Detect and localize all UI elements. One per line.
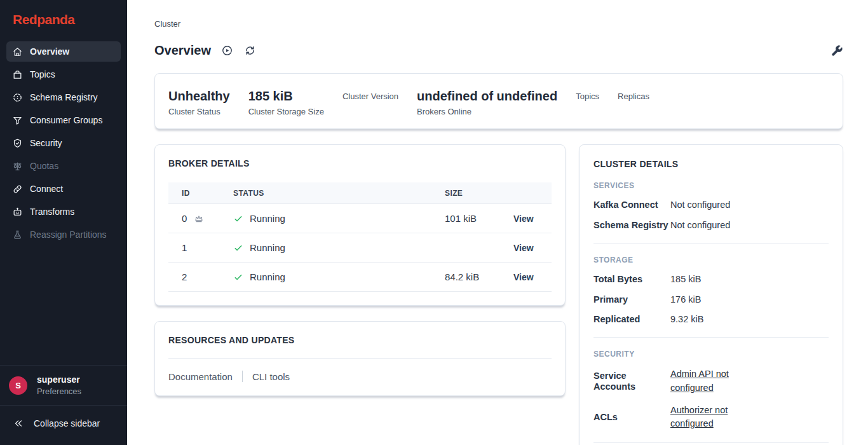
broker-size: 84.2 kiB xyxy=(445,271,513,282)
detail-label: Schema Registry xyxy=(593,220,670,231)
broker-table: IDSTATUSSIZE 0Running101 kiBView1Running… xyxy=(168,182,552,292)
detail-row-service-accounts: Service AccountsAdmin API not configured xyxy=(593,367,829,395)
sidebar-item-transforms[interactable]: Transforms xyxy=(6,202,121,222)
wrench-icon[interactable] xyxy=(831,44,843,57)
cluster-details-title: CLUSTER DETAILS xyxy=(593,159,829,169)
cluster-stats-bar: UnhealthyCluster Status185 kiBCluster St… xyxy=(154,73,843,129)
section-divider xyxy=(593,243,829,243)
user-section[interactable]: S superuser Preferences xyxy=(0,365,127,405)
stat-label: Topics xyxy=(576,92,599,101)
stat-cluster-status: UnhealthyCluster Status xyxy=(168,88,230,116)
detail-row-schema-registry: Schema RegistryNot configured xyxy=(593,219,829,231)
check-icon xyxy=(233,214,243,224)
detail-row-kafka-connect: Kafka ConnectNot configured xyxy=(593,199,829,211)
sidebar-item-label: Transforms xyxy=(30,207,74,217)
broker-row-2: 2Running84.2 kiBView xyxy=(168,263,552,292)
detail-value: Not configured xyxy=(670,199,730,211)
detail-label: Primary xyxy=(593,294,670,305)
section-heading-services: SERVICES xyxy=(593,181,829,190)
flask-icon xyxy=(12,229,23,240)
detail-row-primary: Primary176 kiB xyxy=(593,294,829,306)
left-column: BROKER DETAILS IDSTATUSSIZE 0Running101 … xyxy=(154,144,566,396)
detail-link[interactable]: Authorizer not configured xyxy=(670,404,745,432)
collapse-sidebar-label: Collapse sidebar xyxy=(34,418,100,428)
stat-label: Cluster Storage Size xyxy=(248,107,324,116)
broker-size: 101 kiB xyxy=(445,213,513,224)
link-icon xyxy=(12,184,23,195)
view-broker-link[interactable]: View xyxy=(513,243,534,253)
broker-id: 2 xyxy=(168,271,233,282)
detail-row-total-bytes: Total Bytes185 kiB xyxy=(593,273,829,285)
refresh-icon[interactable] xyxy=(244,44,256,57)
stat-topics: Topics xyxy=(576,88,599,101)
stat-label: Cluster Status xyxy=(168,107,230,116)
sidebar-item-quotas[interactable]: Quotas xyxy=(6,156,121,176)
sidebar-item-connect[interactable]: Connect xyxy=(6,179,121,199)
sidebar-nav: OverviewTopicsSchema RegistryConsumer Gr… xyxy=(0,36,127,247)
detail-value[interactable]: Authorizer not configured xyxy=(670,404,745,432)
stat-cluster-storage-size: 185 kiBCluster Storage Size xyxy=(248,88,324,116)
main-content: Cluster Overview UnhealthyCluster Status… xyxy=(127,0,868,445)
resource-link-cli-tools[interactable]: CLI tools xyxy=(252,371,290,382)
sidebar-item-security[interactable]: Security xyxy=(6,133,121,153)
view-broker-link[interactable]: View xyxy=(513,214,534,224)
content-columns: BROKER DETAILS IDSTATUSSIZE 0Running101 … xyxy=(154,144,843,445)
view-broker-link[interactable]: View xyxy=(513,272,534,282)
sidebar-item-topics[interactable]: Topics xyxy=(6,64,121,85)
avatar[interactable]: S xyxy=(9,376,27,395)
scale-icon xyxy=(12,161,23,172)
detail-label: Service Accounts xyxy=(593,371,670,392)
chevrons-left-icon xyxy=(13,418,24,429)
resources-title: RESOURCES AND UPDATES xyxy=(168,335,552,345)
schema-registry-icon xyxy=(12,92,23,103)
detail-value[interactable]: Admin API not configured xyxy=(670,367,745,395)
section-divider xyxy=(593,337,829,338)
sidebar-item-overview[interactable]: Overview xyxy=(6,41,121,62)
resources-divider xyxy=(168,358,552,359)
consumer-groups-icon xyxy=(12,115,23,126)
sidebar-item-schema-registry[interactable]: Schema Registry xyxy=(6,87,121,107)
page-title: Overview xyxy=(154,43,211,58)
collapse-sidebar-button[interactable]: Collapse sidebar xyxy=(0,405,127,445)
broker-status-label: Running xyxy=(250,213,285,224)
home-icon xyxy=(12,46,23,57)
cluster-details-card: CLUSTER DETAILS SERVICESKafka ConnectNot… xyxy=(579,144,843,445)
link-separator xyxy=(242,371,243,382)
breadcrumb: Cluster xyxy=(154,19,843,29)
detail-link[interactable]: Admin API not configured xyxy=(670,367,745,395)
broker-table-header: IDSTATUSSIZE xyxy=(168,182,552,204)
broker-row-0: 0Running101 kiBView xyxy=(168,204,552,233)
sidebar-item-label: Schema Registry xyxy=(30,92,98,102)
sidebar-item-reassign-partitions[interactable]: Reassign Partitions xyxy=(6,224,121,245)
detail-value: 176 kiB xyxy=(670,294,701,306)
stat-label: Replicas xyxy=(618,92,649,101)
stat-value: Unhealthy xyxy=(168,88,230,104)
section-heading-storage: STORAGE xyxy=(593,256,829,264)
broker-details-title: BROKER DETAILS xyxy=(168,158,552,168)
right-column: CLUSTER DETAILS SERVICESKafka ConnectNot… xyxy=(579,144,843,445)
detail-label: ACLs xyxy=(593,412,670,423)
sidebar-item-label: Overview xyxy=(30,46,69,57)
section-divider xyxy=(593,442,829,443)
stat-label: Cluster Version xyxy=(342,92,398,101)
broker-details-card: BROKER DETAILS IDSTATUSSIZE 0Running101 … xyxy=(154,144,566,306)
stat-brokers-online: undefined of undefinedBrokers Online xyxy=(417,88,557,116)
detail-row-acls: ACLsAuthorizer not configured xyxy=(593,404,829,432)
broker-row-1: 1RunningView xyxy=(168,233,552,263)
resources-links: DocumentationCLI tools xyxy=(168,371,552,382)
detail-value: 185 kiB xyxy=(670,273,701,285)
sidebar-item-label: Consumer Groups xyxy=(30,115,102,125)
stat-replicas: Replicas xyxy=(618,88,649,101)
preferences-link[interactable]: Preferences xyxy=(37,387,81,396)
sidebar-item-label: Topics xyxy=(30,69,55,79)
sidebar: Redpanda OverviewTopicsSchema RegistryCo… xyxy=(0,0,127,445)
resource-link-documentation[interactable]: Documentation xyxy=(168,371,233,382)
play-circle-icon[interactable] xyxy=(221,44,233,57)
sidebar-item-consumer-groups[interactable]: Consumer Groups xyxy=(6,110,121,130)
broker-id: 0 xyxy=(168,213,233,224)
stat-value: 185 kiB xyxy=(248,88,324,104)
broker-table-body: 0Running101 kiBView1RunningView2Running8… xyxy=(168,204,552,292)
check-icon xyxy=(233,272,243,282)
broker-status: Running xyxy=(233,271,445,282)
redpanda-logo: Redpanda xyxy=(0,0,127,36)
